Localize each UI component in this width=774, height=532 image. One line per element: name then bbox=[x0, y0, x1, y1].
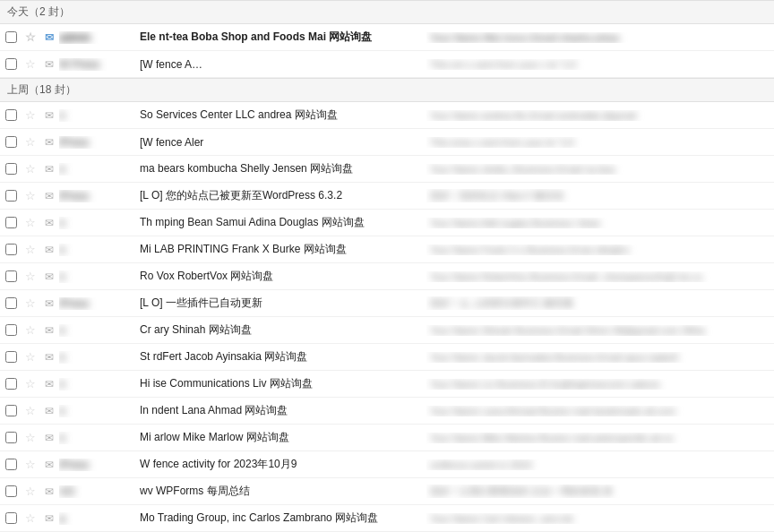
checkbox-col bbox=[0, 58, 22, 70]
star-icon[interactable]: ☆ bbox=[25, 57, 36, 71]
preview-col: ordfence activit m 2023 bbox=[426, 459, 774, 470]
star-icon[interactable]: ☆ bbox=[25, 296, 36, 310]
row-checkbox[interactable] bbox=[5, 58, 17, 70]
sender-name: lPress bbox=[59, 297, 89, 310]
row-checkbox[interactable] bbox=[5, 244, 17, 255]
envelope-open-icon: ✉ bbox=[45, 405, 54, 417]
envelope-col: ✉ bbox=[39, 190, 59, 202]
star-icon[interactable]: ☆ bbox=[25, 243, 36, 256]
envelope-open-icon: ✉ bbox=[45, 58, 54, 71]
envelope-open-icon: ✉ bbox=[45, 163, 54, 176]
sender-name: VO bbox=[59, 485, 74, 498]
row-checkbox[interactable] bbox=[5, 459, 17, 470]
star-icon[interactable]: ☆ bbox=[25, 270, 36, 283]
checkbox-col bbox=[0, 190, 22, 202]
star-icon[interactable]: ☆ bbox=[25, 377, 36, 390]
email-row[interactable]: ☆✉nMi arlow Mike Marlow 网站询盘Your Name Mi… bbox=[0, 425, 774, 451]
envelope-col: ✉ bbox=[39, 31, 59, 44]
row-checkbox[interactable] bbox=[5, 512, 17, 524]
sender-col: lPress bbox=[59, 136, 140, 149]
subject-col: [L O] 您的站点已被更新至WordPress 6.3.2 bbox=[140, 188, 426, 203]
email-row[interactable]: ☆✉lPress[L O] 一些插件已自动更新您好！么 上的部分插件已 极至最 bbox=[0, 290, 774, 317]
envelope-open-icon: ✉ bbox=[45, 459, 54, 471]
subject-col: ma bears kombucha Shelly Jensen 网站询盘 bbox=[140, 161, 426, 176]
preview-col: This em s sent from your v te "LO bbox=[426, 59, 774, 70]
star-icon[interactable]: ☆ bbox=[25, 216, 36, 229]
preview-text: 您好！么 上的部分插件已 极至最 bbox=[430, 297, 573, 308]
star-icon[interactable]: ☆ bbox=[25, 431, 36, 444]
email-row[interactable]: ☆✉lPressW fence activity for 2023年10月9or… bbox=[0, 451, 774, 478]
envelope-open-icon: ✉ bbox=[45, 136, 54, 149]
email-row[interactable]: ☆✉nMi LAB PRINTING Frank X Burke 网站询盘You… bbox=[0, 236, 774, 263]
sender-col: VO bbox=[59, 485, 140, 498]
row-checkbox[interactable] bbox=[5, 217, 17, 228]
star-icon[interactable]: ☆ bbox=[25, 350, 36, 364]
sender-col: n bbox=[59, 351, 140, 364]
row-checkbox[interactable] bbox=[5, 324, 17, 336]
row-checkbox[interactable] bbox=[5, 136, 17, 148]
envelope-col: ✉ bbox=[39, 459, 59, 471]
star-icon[interactable]: ☆ bbox=[25, 323, 36, 337]
sender-name: lPress bbox=[59, 136, 89, 149]
row-checkbox[interactable] bbox=[5, 432, 17, 443]
email-row[interactable]: ☆✉nma bears kombucha Shelly Jensen 网站询盘Y… bbox=[0, 156, 774, 183]
star-icon[interactable]: ☆ bbox=[25, 135, 36, 149]
email-row[interactable]: ☆✉aMo Trading Group, inc Carlos Zambrano… bbox=[0, 505, 774, 532]
sender-col: n bbox=[59, 324, 140, 337]
email-row[interactable]: ☆✉lPress[W fence AlerThis ema s sent fro… bbox=[0, 129, 774, 156]
star-icon[interactable]: ☆ bbox=[25, 485, 36, 498]
preview-text: 您好！您的站点 https:// 被自动 bbox=[430, 190, 563, 201]
preview-text: Your Name Liv Business El liv@highriseco… bbox=[430, 379, 660, 390]
preview-text: This ema s sent from your te "LO bbox=[430, 137, 574, 148]
row-checkbox[interactable] bbox=[5, 190, 17, 202]
star-col: ☆ bbox=[22, 511, 39, 525]
preview-col: Your Name RobertVox Business Email .cher… bbox=[426, 271, 774, 282]
email-row[interactable]: ☆✉nHi ise Communications Liv 网站询盘Your Na… bbox=[0, 371, 774, 398]
row-checkbox[interactable] bbox=[5, 163, 17, 175]
checkbox-col bbox=[0, 31, 22, 43]
subject-col: Mo Trading Group, inc Carlos Zambrano 网站… bbox=[140, 511, 426, 526]
checkbox-col bbox=[0, 485, 22, 497]
sender-name: a bbox=[59, 512, 65, 525]
star-icon[interactable]: ☆ bbox=[25, 189, 36, 202]
sender-col: n bbox=[59, 432, 140, 444]
sender-col: W Press bbox=[59, 58, 140, 71]
email-row[interactable]: ☆✉nTh mping Bean Samui Adina Douglas 网站询… bbox=[0, 210, 774, 236]
section-header-last-week: 上周（18 封） bbox=[0, 78, 774, 102]
star-icon[interactable]: ☆ bbox=[25, 108, 36, 122]
row-checkbox[interactable] bbox=[5, 405, 17, 416]
star-icon[interactable]: ☆ bbox=[25, 162, 36, 176]
preview-col: Your Name shelly j Business Email na bea bbox=[426, 164, 774, 175]
sender-name: n bbox=[59, 351, 65, 364]
email-row[interactable]: ☆✉nSt rdFert Jacob Ayinsakia 网站询盘Your Na… bbox=[0, 344, 774, 371]
row-checkbox[interactable] bbox=[5, 378, 17, 390]
row-checkbox[interactable] bbox=[5, 485, 17, 497]
row-checkbox[interactable] bbox=[5, 109, 17, 121]
email-row[interactable]: ☆✉nSo Services Center LLC andrea 网站询盘You… bbox=[0, 102, 774, 129]
envelope-col: ✉ bbox=[39, 378, 59, 390]
row-checkbox[interactable] bbox=[5, 297, 17, 309]
email-row[interactable]: ☆✉nCr ary Shinah 网站询盘Your Name Shinah Bu… bbox=[0, 317, 774, 344]
preview-text: Your Name Mai iness Email elepha jobas bbox=[430, 32, 620, 43]
star-icon[interactable]: ☆ bbox=[25, 511, 36, 525]
checkbox-col bbox=[0, 405, 22, 416]
envelope-col: ✉ bbox=[39, 512, 59, 525]
star-icon[interactable]: ☆ bbox=[25, 404, 36, 417]
email-row[interactable]: ☆✉W Press[W fence A…This em s sent from … bbox=[0, 51, 774, 78]
email-row[interactable]: ☆✉adminEle nt-tea Boba Shop and Foods Ma… bbox=[0, 24, 774, 51]
envelope-col: ✉ bbox=[39, 163, 59, 176]
email-row[interactable]: ☆✉VOwv WPForms 每周总结您好！让我们看看您的 过去一周的表现 表 bbox=[0, 478, 774, 505]
sender-col: lPress bbox=[59, 459, 140, 471]
star-icon[interactable]: ☆ bbox=[25, 30, 36, 44]
row-checkbox[interactable] bbox=[5, 31, 17, 43]
sender-name: n bbox=[59, 432, 65, 444]
row-checkbox[interactable] bbox=[5, 270, 17, 282]
star-col: ☆ bbox=[22, 458, 39, 471]
email-row[interactable]: ☆✉nIn ndent Lana Ahmad 网站询盘Your Name Lan… bbox=[0, 398, 774, 425]
email-row[interactable]: ☆✉nRo Vox RobertVox 网站询盘Your Name Robert… bbox=[0, 263, 774, 290]
checkbox-col bbox=[0, 512, 22, 524]
envelope-open-icon: ✉ bbox=[45, 324, 54, 337]
row-checkbox[interactable] bbox=[5, 351, 17, 363]
email-row[interactable]: ☆✉lPress[L O] 您的站点已被更新至WordPress 6.3.2您好… bbox=[0, 183, 774, 210]
star-icon[interactable]: ☆ bbox=[25, 458, 36, 471]
